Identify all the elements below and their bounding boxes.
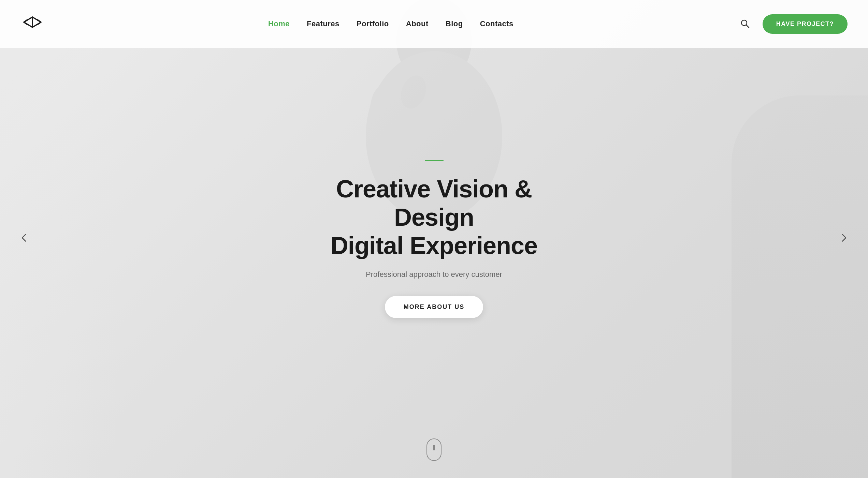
arrow-right-icon [838, 233, 849, 243]
more-about-us-button[interactable]: MORE ABOUT US [385, 296, 483, 318]
hero-content: Creative Vision & Design Digital Experie… [280, 160, 588, 318]
hero-subtitle: Professional approach to every customer [294, 270, 574, 279]
logo-icon [20, 12, 44, 36]
scroll-indicator [426, 438, 442, 461]
nav-item-home[interactable]: Home [268, 19, 290, 28]
have-project-button[interactable]: HAVE PROJECT? [763, 14, 848, 34]
svg-line-2 [746, 25, 749, 28]
nav: Home Features Portfolio About Blog Conta… [268, 19, 513, 28]
search-button[interactable] [737, 16, 752, 32]
scroll-dot [433, 445, 435, 450]
hero-next-button[interactable] [833, 227, 854, 251]
nav-item-about[interactable]: About [406, 19, 429, 28]
nav-item-blog[interactable]: Blog [446, 19, 463, 28]
hero-prev-button[interactable] [14, 227, 35, 251]
hero-accent-line [425, 160, 444, 161]
nav-item-portfolio[interactable]: Portfolio [357, 19, 389, 28]
search-icon [740, 19, 750, 28]
header: Home Features Portfolio About Blog Conta… [0, 0, 868, 48]
header-right: HAVE PROJECT? [737, 14, 848, 34]
nav-item-contacts[interactable]: Contacts [480, 19, 513, 28]
logo[interactable] [20, 12, 44, 36]
hero-section: Creative Vision & Design Digital Experie… [0, 0, 868, 478]
arrow-left-icon [19, 233, 30, 243]
nav-item-features[interactable]: Features [307, 19, 339, 28]
hero-title: Creative Vision & Design Digital Experie… [294, 175, 574, 259]
